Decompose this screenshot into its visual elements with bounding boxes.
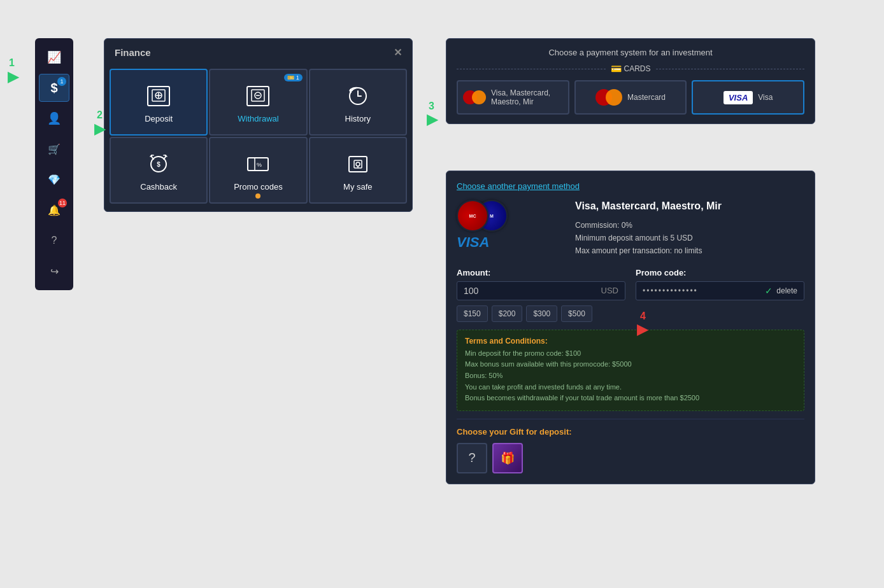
finance-tile-history[interactable]: History [309, 69, 407, 136]
logout-icon: ↪ [50, 265, 59, 277]
gift-options: ? 🎁 [457, 443, 804, 473]
arrow-4-indicator: ▶ [637, 321, 648, 338]
visa-mc-maestro-label: Visa, Mastercard, Maestro, Mir [491, 88, 563, 106]
terms-title: Terms and Conditions: [465, 337, 796, 346]
gift-title: Choose your Gift for deposit: [457, 427, 804, 437]
finance-tile-safe[interactable]: My safe [309, 137, 407, 204]
step-4-label: 4 [640, 311, 646, 322]
gift-section: Choose your Gift for deposit: ? 🎁 [457, 419, 804, 473]
close-button[interactable]: ✕ [394, 46, 402, 59]
promo-tile-label: Promo codes [234, 182, 283, 192]
gift-question-box[interactable]: ? [457, 443, 487, 473]
finance-modal-header: Finance ✕ [104, 39, 412, 64]
promo-input[interactable] [643, 286, 765, 295]
payment-method-name: Visa, Mastercard, Maestro, Mir [575, 200, 804, 213]
finance-tile-promo[interactable]: % Promo codes [209, 137, 307, 204]
payment-system-panel: Choose a payment system for an investmen… [446, 38, 815, 124]
deposit-icon [146, 83, 171, 109]
step-3-label: 3 [429, 101, 434, 112]
finance-tile-deposit[interactable]: Deposit [110, 69, 208, 136]
withdrawal-icon [245, 83, 271, 109]
promo-label: Promo code: [636, 268, 804, 277]
amount-column: Amount: USD $150 $200 $300 $500 [457, 268, 625, 322]
finance-tile-cashback[interactable]: $ Cashback [110, 137, 208, 204]
gift-box-colored[interactable]: 🎁 [492, 443, 523, 473]
visa-mc-maestro-logo [463, 90, 486, 104]
terms-line-2: Max bonus sum available with this promoc… [465, 359, 796, 370]
step-1-label: 1 [9, 57, 15, 69]
promo-check-icon: ✓ [765, 286, 773, 296]
promo-column: Promo code: ✓ delete [636, 268, 804, 300]
promo-icon: % [245, 151, 271, 177]
cards-divider: 💳 CARDS [457, 64, 804, 74]
sidebar-item-user[interactable]: 👤 [39, 104, 69, 132]
terms-line-5: Bonus becomes withdrawable if your total… [465, 393, 796, 404]
sidebar-item-logout[interactable]: ↪ [39, 257, 69, 285]
deposit-left: MC M VISA [457, 200, 565, 259]
cards-row: Visa, Mastercard, Maestro, Mir Mastercar… [457, 80, 804, 115]
safe-tile-label: My safe [343, 182, 373, 192]
arrow-2-indicator: ▶ [94, 121, 105, 137]
finance-modal-title: Finance [115, 47, 151, 58]
quick-amount-300[interactable]: $300 [526, 305, 557, 322]
mastercard-label: Mastercard [627, 93, 666, 102]
deposit-right: Visa, Mastercard, Maestro, Mir Commissio… [575, 200, 804, 259]
terms-line-3: Bonus: 50% [465, 370, 796, 382]
quick-amounts: $150 $200 $300 $500 [457, 305, 625, 322]
svg-point-18 [356, 162, 360, 166]
withdrawal-tile-label: Withdrawal [238, 114, 278, 123]
card-option-mastercard[interactable]: Mastercard [574, 80, 687, 115]
min-deposit-info: Minimum deposit amount is 5 USD [575, 234, 804, 242]
deposit-tile-label: Deposit [145, 114, 173, 123]
sidebar: 📈 $ 1 👤 🛒 💎 🔔 11 ? ↪ [35, 38, 73, 290]
payment-logos: MC M [457, 200, 565, 232]
promo-dot [255, 193, 260, 199]
visa-text-logo: VISA [457, 234, 565, 251]
commission-info: Commission: 0% [575, 221, 804, 230]
quick-amount-200[interactable]: $200 [492, 305, 523, 322]
terms-line-1: Min deposit for the promo code: $100 [465, 348, 796, 360]
step-2-label: 2 [97, 109, 103, 121]
cards-label: 💳 CARDS [611, 64, 651, 74]
help-icon: ? [52, 235, 57, 246]
sidebar-item-notifications[interactable]: 🔔 11 [39, 196, 69, 224]
gift-icon: 🎁 [501, 451, 515, 465]
sidebar-item-chart[interactable]: 📈 [39, 43, 69, 71]
finance-tile-withdrawal[interactable]: 🎫 1 Withdrawal [209, 69, 307, 136]
finance-icon: $ [50, 81, 57, 95]
mc-orange-circle [472, 90, 486, 104]
card-option-visa[interactable]: VISA Visa [692, 80, 804, 115]
cashback-icon: $ [146, 151, 171, 177]
amount-section: Amount: USD $150 $200 $300 $500 Promo co… [457, 268, 804, 322]
cart-icon: 🛒 [48, 143, 61, 155]
sidebar-item-finance[interactable]: $ 1 [39, 74, 69, 102]
deposit-content: MC M VISA Visa, Mastercard, Maestro, Mir… [457, 200, 804, 259]
promo-delete-button[interactable]: delete [776, 286, 797, 295]
finance-badge: 1 [57, 77, 66, 86]
sidebar-item-diamond[interactable]: 💎 [39, 165, 69, 193]
deposit-panel: Choose another payment method MC M VISA … [446, 171, 815, 484]
quick-amount-150[interactable]: $150 [457, 305, 488, 322]
mastercard-logo-wrap [595, 89, 622, 106]
visa-logo: VISA [724, 91, 753, 104]
amount-input-wrap: USD [457, 281, 625, 300]
sidebar-item-cart[interactable]: 🛒 [39, 135, 69, 163]
sidebar-item-help[interactable]: ? [39, 227, 69, 255]
max-amount-info: Max amount per transaction: no limits [575, 246, 804, 255]
user-icon: 👤 [47, 111, 61, 125]
divider-line-right [656, 69, 805, 69]
amount-promo-row: Amount: USD $150 $200 $300 $500 Promo co… [457, 268, 804, 322]
notifications-badge: 11 [58, 199, 67, 207]
arrow-3-indicator: ▶ [427, 111, 438, 128]
cashback-tile-label: Cashback [140, 182, 177, 192]
diamond-icon: 💎 [48, 174, 61, 186]
visa-label: Visa [758, 93, 773, 102]
choose-another-method-link[interactable]: Choose another payment method [457, 181, 804, 191]
card-option-visa-mc-maestro[interactable]: Visa, Mastercard, Maestro, Mir [457, 80, 569, 115]
withdrawal-badge: 🎫 1 [284, 74, 303, 81]
mastercard-orange-circle [606, 89, 622, 106]
divider-line-left [457, 69, 606, 69]
quick-amount-500[interactable]: $500 [561, 305, 592, 322]
amount-input[interactable] [464, 286, 601, 296]
finance-modal: Finance ✕ Deposit 🎫 1 [104, 38, 413, 212]
